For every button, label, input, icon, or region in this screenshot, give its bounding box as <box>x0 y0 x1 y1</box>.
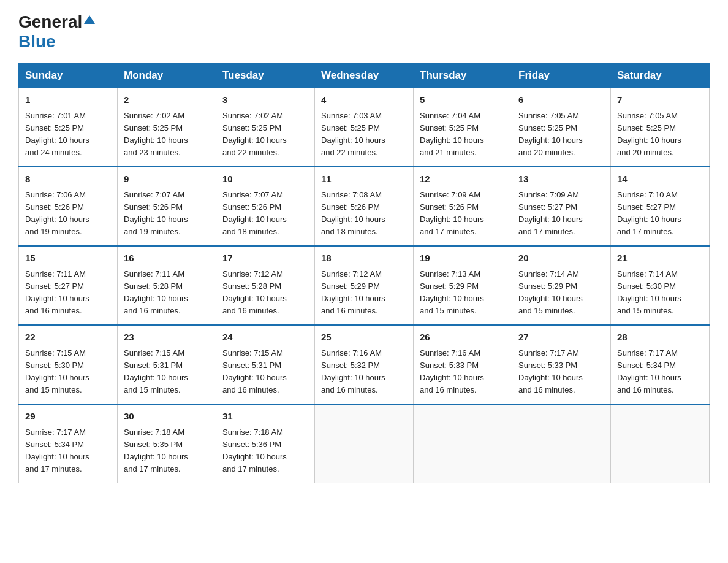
calendar-cell: 27 Sunrise: 7:17 AMSunset: 5:33 PMDaylig… <box>512 325 611 404</box>
calendar-cell: 19 Sunrise: 7:13 AMSunset: 5:29 PMDaylig… <box>414 246 512 325</box>
day-number: 15 <box>25 251 111 266</box>
day-number: 1 <box>25 93 111 107</box>
day-number: 14 <box>617 172 703 186</box>
day-info: Sunrise: 7:13 AMSunset: 5:29 PMDaylight:… <box>420 269 484 315</box>
day-number: 22 <box>25 331 111 345</box>
calendar-cell: 5 Sunrise: 7:04 AMSunset: 5:25 PMDayligh… <box>414 88 512 167</box>
day-info: Sunrise: 7:10 AMSunset: 5:27 PMDaylight:… <box>617 190 681 236</box>
day-info: Sunrise: 7:09 AMSunset: 5:27 PMDaylight:… <box>518 190 583 236</box>
day-number: 12 <box>420 172 506 186</box>
day-number: 2 <box>124 93 210 107</box>
calendar-week-row: 8 Sunrise: 7:06 AMSunset: 5:26 PMDayligh… <box>19 167 710 246</box>
calendar-cell: 29 Sunrise: 7:17 AMSunset: 5:34 PMDaylig… <box>19 404 118 483</box>
day-number: 13 <box>518 172 604 186</box>
weekday-header-row: SundayMondayTuesdayWednesdayThursdayFrid… <box>19 63 710 88</box>
calendar-cell: 8 Sunrise: 7:06 AMSunset: 5:26 PMDayligh… <box>19 167 118 246</box>
weekday-header-thursday: Thursday <box>414 63 512 88</box>
day-number: 26 <box>420 331 506 345</box>
day-number: 27 <box>518 331 604 345</box>
calendar-cell: 17 Sunrise: 7:12 AMSunset: 5:28 PMDaylig… <box>216 246 315 325</box>
svg-marker-0 <box>84 15 95 24</box>
day-number: 16 <box>124 251 210 266</box>
day-info: Sunrise: 7:14 AMSunset: 5:30 PMDaylight:… <box>617 269 681 315</box>
day-info: Sunrise: 7:17 AMSunset: 5:34 PMDaylight:… <box>617 348 681 394</box>
day-number: 18 <box>321 251 407 266</box>
day-info: Sunrise: 7:08 AMSunset: 5:26 PMDaylight:… <box>321 190 385 236</box>
logo: General Blue <box>18 12 95 52</box>
calendar-cell <box>611 404 710 483</box>
day-info: Sunrise: 7:11 AMSunset: 5:27 PMDaylight:… <box>25 269 89 315</box>
calendar-cell: 13 Sunrise: 7:09 AMSunset: 5:27 PMDaylig… <box>512 167 611 246</box>
calendar-cell: 22 Sunrise: 7:15 AMSunset: 5:30 PMDaylig… <box>19 325 118 404</box>
day-info: Sunrise: 7:17 AMSunset: 5:33 PMDaylight:… <box>518 348 583 394</box>
day-info: Sunrise: 7:17 AMSunset: 5:34 PMDaylight:… <box>25 427 89 473</box>
calendar-cell: 24 Sunrise: 7:15 AMSunset: 5:31 PMDaylig… <box>216 325 315 404</box>
day-number: 3 <box>222 93 308 107</box>
day-info: Sunrise: 7:07 AMSunset: 5:26 PMDaylight:… <box>222 190 287 236</box>
weekday-header-saturday: Saturday <box>611 63 710 88</box>
calendar-week-row: 29 Sunrise: 7:17 AMSunset: 5:34 PMDaylig… <box>19 404 710 483</box>
day-number: 11 <box>321 172 407 186</box>
calendar-week-row: 22 Sunrise: 7:15 AMSunset: 5:30 PMDaylig… <box>19 325 710 404</box>
day-info: Sunrise: 7:03 AMSunset: 5:25 PMDaylight:… <box>321 111 385 157</box>
weekday-header-wednesday: Wednesday <box>315 63 414 88</box>
calendar-cell: 14 Sunrise: 7:10 AMSunset: 5:27 PMDaylig… <box>611 167 710 246</box>
day-number: 8 <box>25 172 111 186</box>
day-info: Sunrise: 7:07 AMSunset: 5:26 PMDaylight:… <box>124 190 188 236</box>
day-number: 7 <box>617 93 703 107</box>
day-info: Sunrise: 7:15 AMSunset: 5:31 PMDaylight:… <box>124 348 188 394</box>
calendar-cell <box>414 404 512 483</box>
calendar-cell: 15 Sunrise: 7:11 AMSunset: 5:27 PMDaylig… <box>19 246 118 325</box>
calendar-cell: 7 Sunrise: 7:05 AMSunset: 5:25 PMDayligh… <box>611 88 710 167</box>
calendar-cell: 3 Sunrise: 7:02 AMSunset: 5:25 PMDayligh… <box>216 88 315 167</box>
logo-blue: Blue <box>18 32 56 51</box>
calendar-cell: 20 Sunrise: 7:14 AMSunset: 5:29 PMDaylig… <box>512 246 611 325</box>
calendar-cell: 4 Sunrise: 7:03 AMSunset: 5:25 PMDayligh… <box>315 88 414 167</box>
day-number: 25 <box>321 331 407 345</box>
day-info: Sunrise: 7:11 AMSunset: 5:28 PMDaylight:… <box>124 269 188 315</box>
day-number: 5 <box>420 93 506 107</box>
calendar-cell: 26 Sunrise: 7:16 AMSunset: 5:33 PMDaylig… <box>414 325 512 404</box>
day-info: Sunrise: 7:06 AMSunset: 5:26 PMDaylight:… <box>25 190 89 236</box>
calendar-cell: 21 Sunrise: 7:14 AMSunset: 5:30 PMDaylig… <box>611 246 710 325</box>
weekday-header-tuesday: Tuesday <box>216 63 315 88</box>
day-info: Sunrise: 7:14 AMSunset: 5:29 PMDaylight:… <box>518 269 583 315</box>
calendar-cell: 31 Sunrise: 7:18 AMSunset: 5:36 PMDaylig… <box>216 404 315 483</box>
calendar-cell <box>315 404 414 483</box>
day-info: Sunrise: 7:05 AMSunset: 5:25 PMDaylight:… <box>617 111 681 157</box>
day-number: 6 <box>518 93 604 107</box>
day-number: 31 <box>222 410 308 424</box>
calendar-cell: 9 Sunrise: 7:07 AMSunset: 5:26 PMDayligh… <box>118 167 216 246</box>
day-info: Sunrise: 7:09 AMSunset: 5:26 PMDaylight:… <box>420 190 484 236</box>
calendar-cell: 16 Sunrise: 7:11 AMSunset: 5:28 PMDaylig… <box>118 246 216 325</box>
calendar-cell: 28 Sunrise: 7:17 AMSunset: 5:34 PMDaylig… <box>611 325 710 404</box>
day-info: Sunrise: 7:01 AMSunset: 5:25 PMDaylight:… <box>25 111 89 157</box>
day-info: Sunrise: 7:04 AMSunset: 5:25 PMDaylight:… <box>420 111 484 157</box>
logo-general: General <box>18 12 82 32</box>
calendar-week-row: 1 Sunrise: 7:01 AMSunset: 5:25 PMDayligh… <box>19 88 710 167</box>
calendar-cell <box>512 404 611 483</box>
day-number: 30 <box>124 410 210 424</box>
day-number: 17 <box>222 251 308 266</box>
calendar-cell: 6 Sunrise: 7:05 AMSunset: 5:25 PMDayligh… <box>512 88 611 167</box>
day-info: Sunrise: 7:16 AMSunset: 5:32 PMDaylight:… <box>321 348 385 394</box>
calendar-table: SundayMondayTuesdayWednesdayThursdayFrid… <box>18 63 710 483</box>
calendar-cell: 11 Sunrise: 7:08 AMSunset: 5:26 PMDaylig… <box>315 167 414 246</box>
calendar-cell: 30 Sunrise: 7:18 AMSunset: 5:35 PMDaylig… <box>118 404 216 483</box>
header: General Blue <box>18 12 710 52</box>
calendar-week-row: 15 Sunrise: 7:11 AMSunset: 5:27 PMDaylig… <box>19 246 710 325</box>
day-info: Sunrise: 7:12 AMSunset: 5:28 PMDaylight:… <box>222 269 287 315</box>
weekday-header-friday: Friday <box>512 63 611 88</box>
day-number: 28 <box>617 331 703 345</box>
day-number: 24 <box>222 331 308 345</box>
weekday-header-monday: Monday <box>118 63 216 88</box>
day-number: 23 <box>124 331 210 345</box>
day-info: Sunrise: 7:02 AMSunset: 5:25 PMDaylight:… <box>222 111 287 157</box>
day-number: 29 <box>25 410 111 424</box>
day-number: 4 <box>321 93 407 107</box>
day-info: Sunrise: 7:15 AMSunset: 5:31 PMDaylight:… <box>222 348 287 394</box>
calendar-cell: 1 Sunrise: 7:01 AMSunset: 5:25 PMDayligh… <box>19 88 118 167</box>
logo-triangle-icon <box>84 14 95 28</box>
day-info: Sunrise: 7:15 AMSunset: 5:30 PMDaylight:… <box>25 348 89 394</box>
calendar-cell: 23 Sunrise: 7:15 AMSunset: 5:31 PMDaylig… <box>118 325 216 404</box>
